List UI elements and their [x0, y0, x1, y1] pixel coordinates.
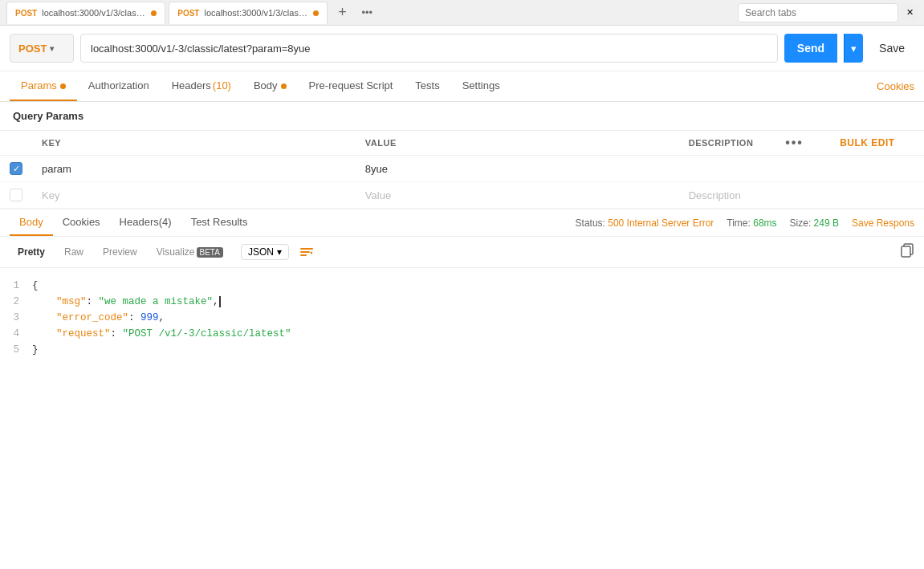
- col-value: VALUE: [356, 131, 679, 156]
- close-panel-button[interactable]: ✕: [902, 5, 918, 21]
- placeholder-actions: [775, 182, 824, 209]
- body-dot: [281, 83, 287, 89]
- wrap-button[interactable]: [299, 244, 315, 260]
- beta-badge: BETA: [197, 247, 223, 258]
- response-tab-test-results[interactable]: Test Results: [181, 209, 258, 236]
- method-chevron-icon: ▾: [50, 44, 54, 53]
- code-line-4: 4 "request": "POST /v1/-3/classic/latest…: [0, 326, 924, 342]
- top-tab-2[interactable]: POST localhost:3000/v1/3/classic/lat...: [169, 2, 328, 24]
- response-tab-body[interactable]: Body: [10, 209, 53, 236]
- method-select[interactable]: POST ▾: [10, 34, 74, 63]
- status-value: 500 Internal Server Error: [608, 217, 714, 229]
- copy-button[interactable]: [900, 243, 914, 261]
- col-bulk: Bulk Edit: [824, 131, 924, 156]
- tab-dot-1: [151, 10, 157, 16]
- svg-rect-4: [902, 246, 910, 257]
- col-description: DESCRIPTION: [679, 131, 775, 156]
- tab-tests[interactable]: Tests: [404, 71, 450, 101]
- row-checkbox-empty[interactable]: [10, 189, 22, 201]
- time-label: Time:: [727, 217, 751, 229]
- copy-icon: [900, 243, 914, 258]
- line-num-4: 4: [0, 326, 32, 342]
- col-checkbox: [0, 131, 32, 156]
- svg-rect-0: [300, 248, 313, 250]
- request-bar: POST ▾ Send ▾ Save: [0, 26, 924, 71]
- params-table: KEY VALUE DESCRIPTION ••• Bulk Edit ✓ pa…: [0, 130, 924, 209]
- table-row: ✓ param 8yue: [0, 156, 924, 182]
- tab-settings[interactable]: Settings: [451, 71, 511, 101]
- response-meta: Status: 500 Internal Server Error Time: …: [576, 217, 914, 229]
- tab-method-2: POST: [177, 9, 199, 18]
- col-key: KEY: [32, 131, 356, 156]
- param-value-1[interactable]: 8yue: [356, 156, 679, 182]
- query-params-title: Query Params: [0, 102, 924, 130]
- param-desc-1[interactable]: [679, 156, 775, 182]
- bulk-edit-button[interactable]: Bulk Edit: [833, 136, 902, 150]
- format-select-chevron-icon: ▾: [277, 246, 282, 258]
- line-num-3: 3: [0, 310, 32, 326]
- response-tab-cookies[interactable]: Cookies: [53, 209, 110, 236]
- format-tab-visualize[interactable]: VisualizeBETA: [149, 243, 231, 261]
- tab-url-1: localhost:3000/v1/3/classic/lat...: [42, 8, 146, 18]
- code-content-2: "msg": "we made a mistake",: [32, 294, 924, 310]
- top-tab-bar: POST localhost:3000/v1/3/classic/lat... …: [0, 0, 924, 26]
- code-content-3: "error_code": 999,: [32, 310, 924, 326]
- response-tabs: Body Cookies Headers(4) Test Results Sta…: [0, 209, 924, 237]
- format-tab-raw[interactable]: Raw: [56, 243, 92, 261]
- svg-rect-2: [300, 254, 307, 256]
- save-response-button[interactable]: Save Respons: [852, 217, 914, 229]
- placeholder-value[interactable]: Value: [365, 189, 391, 201]
- format-select[interactable]: JSON ▾: [241, 244, 289, 260]
- params-dot: [60, 83, 66, 89]
- table-row-placeholder: Key Value Description: [0, 182, 924, 209]
- method-label: POST: [18, 43, 47, 55]
- wrap-icon: [299, 244, 315, 260]
- param-key-1[interactable]: param: [32, 156, 356, 182]
- status-label: Status:: [576, 217, 605, 229]
- col-actions: •••: [775, 131, 824, 156]
- time-value: 68ms: [753, 217, 776, 229]
- size-value: 249 B: [814, 217, 839, 229]
- svg-rect-1: [300, 251, 310, 253]
- code-content-5: }: [32, 342, 924, 358]
- tab-params[interactable]: Params: [10, 71, 77, 101]
- format-tab-preview[interactable]: Preview: [95, 243, 145, 261]
- code-content-1: {: [32, 278, 924, 294]
- code-line-5: 5 }: [0, 342, 924, 358]
- new-tab-button[interactable]: +: [331, 2, 353, 24]
- bulk-more-icon[interactable]: •••: [785, 136, 804, 149]
- placeholder-desc[interactable]: Description: [689, 189, 741, 201]
- response-tab-headers[interactable]: Headers(4): [110, 209, 181, 236]
- size-label: Size:: [790, 217, 812, 229]
- format-bar: Pretty Raw Preview VisualizeBETA JSON ▾: [0, 237, 924, 268]
- send-dropdown-button[interactable]: ▾: [844, 34, 863, 63]
- code-editor[interactable]: 1 { 2 "msg": "we made a mistake", 3 "err…: [0, 268, 924, 368]
- code-content-4: "request": "POST /v1/-3/classic/latest": [32, 326, 924, 342]
- tab-search-input[interactable]: [738, 3, 898, 22]
- top-tab-1[interactable]: POST localhost:3000/v1/3/classic/lat...: [6, 2, 165, 24]
- placeholder-extra: [824, 182, 924, 209]
- query-params-section: Query Params KEY VALUE DESCRIPTION ••• B…: [0, 102, 924, 209]
- url-input[interactable]: [80, 34, 778, 63]
- more-tabs-button[interactable]: •••: [356, 2, 377, 24]
- line-num-2: 2: [0, 294, 32, 310]
- tab-prerequest[interactable]: Pre-request Script: [298, 71, 405, 101]
- nav-tabs: Params Authorization Headers(10) Body Pr…: [0, 71, 924, 102]
- tab-body[interactable]: Body: [242, 71, 298, 101]
- send-button[interactable]: Send: [784, 34, 837, 63]
- row-checkbox-1[interactable]: ✓: [10, 162, 22, 175]
- tab-method-1: POST: [15, 9, 37, 18]
- tab-headers[interactable]: Headers(10): [161, 71, 242, 101]
- cookies-link[interactable]: Cookies: [877, 80, 914, 92]
- code-line-2: 2 "msg": "we made a mistake",: [0, 294, 924, 310]
- line-num-5: 5: [0, 342, 32, 358]
- param-extra-1: [824, 156, 924, 182]
- code-line-3: 3 "error_code": 999,: [0, 310, 924, 326]
- placeholder-key[interactable]: Key: [42, 189, 59, 201]
- format-tab-pretty[interactable]: Pretty: [10, 243, 53, 261]
- line-num-1: 1: [0, 278, 32, 294]
- tab-dot-2: [313, 10, 319, 16]
- save-button[interactable]: Save: [869, 34, 914, 63]
- tab-authorization[interactable]: Authorization: [77, 71, 161, 101]
- tab-url-2: localhost:3000/v1/3/classic/lat...: [204, 8, 308, 18]
